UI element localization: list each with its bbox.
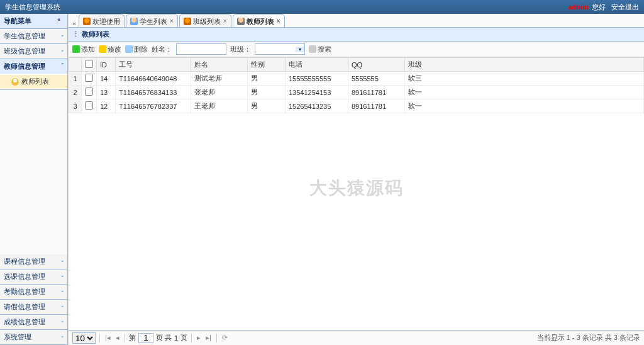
chevron-up-icon: ⌃	[60, 62, 65, 68]
tab-label: 教师列表	[247, 15, 274, 28]
nav-label: 选课信息管理	[4, 273, 45, 280]
table-row[interactable]: 312T11646576782337王老师男152654132358916117…	[69, 99, 644, 113]
col-name[interactable]: 姓名	[191, 58, 248, 72]
table-row[interactable]: 213T11646576834133张老师男135412541538916117…	[69, 86, 644, 99]
sidebar-title: 导航菜单 «	[0, 14, 67, 29]
plus-icon	[72, 45, 80, 53]
no-cell: T11646576782337	[116, 99, 191, 113]
sex-cell: 男	[248, 72, 286, 86]
close-icon[interactable]: ×	[277, 15, 280, 28]
nav-leave[interactable]: 请假信息管理⌄	[0, 300, 67, 314]
row-checkbox[interactable]	[85, 101, 93, 110]
checkbox-cell	[82, 72, 97, 86]
sidebar-collapse-icon[interactable]: «	[57, 16, 65, 24]
col-id[interactable]: ID	[97, 58, 116, 72]
col-tel[interactable]: 电话	[286, 58, 348, 72]
last-page-button[interactable]: ▸|	[204, 334, 213, 342]
logout-link[interactable]: 安全退出	[611, 3, 639, 11]
col-no[interactable]: 工号	[116, 58, 191, 72]
delete-button[interactable]: 删除	[125, 45, 148, 54]
pager-info: 当前显示 1 - 3 条记录 共 3 条记录	[537, 333, 640, 342]
close-icon[interactable]: ×	[223, 15, 227, 28]
tab-student-list[interactable]: 学生列表×	[126, 14, 178, 27]
nav-label: 班级信息管理	[4, 47, 45, 55]
class-cell: 软一	[405, 86, 644, 99]
col-sex[interactable]: 性别	[248, 58, 286, 72]
greet-text: 您好	[592, 3, 606, 11]
no-cell: T11646576834133	[116, 86, 191, 99]
name-label: 姓名：	[152, 45, 172, 54]
nav-course-info[interactable]: 课程信息管理⌄	[0, 254, 67, 269]
col-rownum	[69, 58, 82, 72]
btn-label: 修改	[108, 45, 121, 54]
search-button[interactable]: 搜索	[309, 45, 331, 54]
tab-label: 班级列表	[193, 15, 221, 28]
first-page-button[interactable]: |◂	[104, 334, 112, 342]
page-input[interactable]	[138, 333, 153, 343]
col-qq[interactable]: QQ	[348, 58, 405, 72]
tab-class-list[interactable]: 班级列表×	[179, 14, 231, 27]
chevron-down-icon: ⌄	[60, 303, 65, 308]
tab-label: 学生列表	[140, 15, 167, 28]
nav-label: 教师信息管理	[4, 62, 45, 70]
panel-title: 教师列表	[69, 28, 644, 42]
watermark: 大头猿源码	[309, 176, 404, 200]
table-row[interactable]: 114T11646640649048测试老师男15555555555555555…	[69, 72, 644, 86]
nav-teacher-info[interactable]: 教师信息管理 ⌃	[0, 59, 67, 74]
nav-system[interactable]: 系统管理⌄	[0, 330, 67, 344]
qq-cell: 891611781	[348, 86, 405, 99]
pager: 10 |◂ ◂ 第 页 共 1 页 ▸ ▸| ⟳ 当前显示 1 - 3 条记录 …	[69, 330, 644, 345]
id-cell: 12	[97, 99, 116, 113]
no-cell: T11646640649048	[116, 72, 191, 86]
sex-cell: 男	[248, 99, 286, 113]
sidebar-item-teacher-list[interactable]: 教师列表	[0, 75, 67, 88]
next-page-button[interactable]: ▸	[196, 334, 202, 342]
qq-cell: 891611781	[348, 99, 405, 113]
rownum-cell: 1	[69, 72, 82, 86]
sex-cell: 男	[248, 86, 286, 99]
nav-label: 学生信息管理	[4, 32, 45, 40]
nav-score[interactable]: 成绩信息管理⌄	[0, 315, 67, 329]
nav-student-info[interactable]: 学生信息管理 ⌄	[0, 29, 67, 43]
tab-welcome[interactable]: 欢迎使用	[79, 14, 125, 27]
nav-label: 系统管理	[4, 333, 31, 341]
tab-teacher-list[interactable]: 教师列表×	[233, 14, 285, 27]
nav-label: 请假信息管理	[4, 303, 45, 310]
toolbar: 添加 修改 删除 姓名： 班级： ▾ 搜索	[69, 42, 644, 57]
prev-page-button[interactable]: ◂	[114, 334, 121, 342]
col-checkbox	[82, 58, 97, 72]
nav-label: 课程信息管理	[4, 257, 45, 265]
row-checkbox[interactable]	[85, 88, 93, 96]
class-combo[interactable]: ▾	[255, 43, 305, 55]
chevron-down-icon: ⌄	[60, 288, 65, 293]
chevron-down-icon: ⌄	[60, 318, 65, 324]
pencil-icon	[99, 45, 106, 53]
check-all[interactable]	[85, 60, 93, 68]
edit-button[interactable]: 修改	[99, 45, 121, 54]
trash-icon	[125, 45, 133, 53]
search-icon	[309, 45, 316, 53]
col-class[interactable]: 班级	[405, 58, 644, 72]
name-cell: 测试老师	[191, 72, 248, 86]
row-checkbox[interactable]	[85, 74, 93, 82]
chevron-down-icon: ⌄	[60, 257, 65, 263]
name-cell: 王老师	[191, 99, 248, 113]
name-input[interactable]	[176, 43, 226, 55]
tab-scroll-left[interactable]: «	[70, 20, 79, 27]
refresh-button[interactable]: ⟳	[221, 334, 229, 342]
tree-item-label: 教师列表	[21, 77, 49, 86]
chevron-down-icon: ▾	[296, 47, 304, 52]
btn-label: 搜索	[318, 45, 331, 54]
nav-attendance[interactable]: 考勤信息管理⌄	[0, 285, 67, 299]
nav-class-info[interactable]: 班级信息管理 ⌄	[0, 44, 67, 59]
home-icon	[184, 18, 191, 25]
user-link[interactable]: admin	[568, 3, 588, 11]
tel-cell: 15265413235	[286, 99, 348, 113]
home-icon	[83, 18, 91, 25]
chevron-down-icon: ⌄	[60, 333, 65, 339]
page-size-select[interactable]: 10	[72, 332, 96, 344]
add-button[interactable]: 添加	[72, 45, 95, 54]
close-icon[interactable]: ×	[170, 15, 174, 28]
nav-select-course[interactable]: 选课信息管理⌄	[0, 269, 67, 284]
chevron-down-icon: ⌄	[60, 273, 65, 278]
